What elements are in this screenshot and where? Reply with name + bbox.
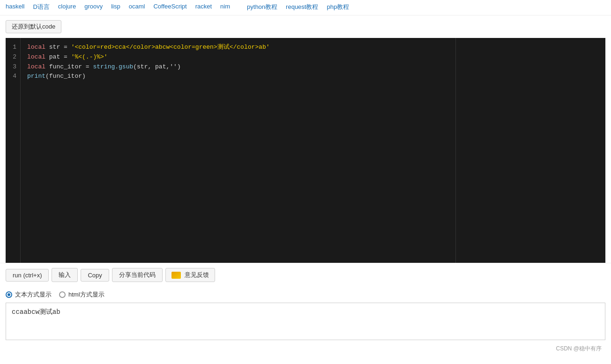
top-nav: haskell D语言 clojure groovy lisp ocaml Co… [0, 0, 611, 15]
run-button[interactable]: run (ctrl+x) [6, 269, 49, 282]
nav-link-lisp[interactable]: lisp [111, 3, 120, 11]
nav-link-coffeescript[interactable]: CoffeeScript [153, 3, 186, 11]
code-line-2: local pat = '%<(.-)%>' [27, 52, 599, 62]
footer-text: CSDN @稳中有序 [556, 345, 602, 353]
nav-link-dlang[interactable]: D语言 [33, 3, 49, 11]
nav-link-racket[interactable]: racket [195, 3, 212, 11]
html-mode-radio[interactable] [59, 291, 66, 298]
output-area: ccaabcw测试ab [6, 303, 605, 340]
copy-button[interactable]: Copy [81, 269, 109, 282]
code-line-3: local func_itor = string.gsub(str, pat,'… [27, 62, 599, 72]
output-content: ccaabcw测试ab [12, 308, 60, 316]
reset-button[interactable]: 还原到默认code [6, 20, 61, 33]
nav-link-python[interactable]: python教程 [247, 3, 277, 11]
nav-link-request[interactable]: request教程 [286, 3, 318, 11]
email-icon [171, 272, 181, 279]
page-footer: CSDN @稳中有序 [0, 340, 611, 357]
code-editor[interactable]: 1 2 3 4 local str = '<color=red>cca</col… [6, 38, 605, 263]
nav-link-groovy[interactable]: groovy [84, 3, 103, 11]
toolbar: run (ctrl+x) 输入 Copy 分享当前代码 意见反馈 [0, 263, 611, 287]
nav-link-haskell[interactable]: haskell [6, 3, 24, 11]
input-button[interactable]: 输入 [52, 268, 78, 282]
code-line-4: print(func_itor) [27, 72, 599, 82]
text-mode-option[interactable]: 文本方式显示 [6, 290, 52, 299]
feedback-label: 意见反馈 [185, 271, 209, 279]
share-button[interactable]: 分享当前代码 [112, 268, 163, 282]
line-numbers: 1 2 3 4 [6, 38, 21, 263]
nav-link-clojure[interactable]: clojure [58, 3, 76, 11]
text-mode-radio[interactable] [6, 291, 12, 298]
code-content[interactable]: local str = '<color=red>cca</color>abcw<… [21, 38, 605, 263]
nav-link-php[interactable]: php教程 [327, 3, 349, 11]
html-mode-label: html方式显示 [68, 290, 104, 299]
feedback-button[interactable]: 意见反馈 [165, 268, 215, 282]
code-line-1: local str = '<color=red>cca</color>abcw<… [27, 43, 599, 52]
html-mode-option[interactable]: html方式显示 [59, 290, 104, 299]
reset-bar: 还原到默认code [0, 15, 611, 38]
text-mode-label: 文本方式显示 [15, 290, 52, 299]
nav-link-nim[interactable]: nim [220, 3, 230, 11]
nav-link-ocaml[interactable]: ocaml [129, 3, 145, 11]
output-options: 文本方式显示 html方式显示 [0, 287, 611, 303]
